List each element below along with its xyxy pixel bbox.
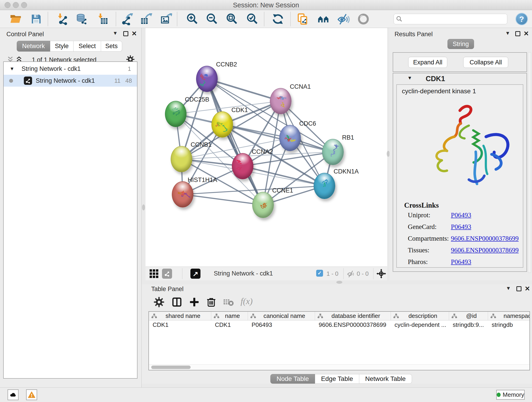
- column-header-database-identifier[interactable]: database identifier: [315, 312, 391, 320]
- tab-network-table[interactable]: Network Table: [359, 374, 412, 384]
- column-header-canonical-name[interactable]: canonical name: [248, 312, 315, 320]
- network-overview-icon[interactable]: [162, 269, 172, 279]
- tab-network[interactable]: Network: [17, 41, 50, 51]
- selected-checkbox-icon[interactable]: ✓: [316, 270, 323, 277]
- results-scrollbar[interactable]: [528, 52, 531, 273]
- fit-content-crosshair-icon[interactable]: [376, 269, 386, 279]
- panel-menu-icon[interactable]: ▼: [506, 285, 511, 291]
- hidden-eye-slash-icon[interactable]: [347, 270, 355, 278]
- entry-collapse-icon[interactable]: ▼: [407, 75, 412, 81]
- zoom-fit-icon[interactable]: [225, 12, 239, 26]
- birds-eye-grid-icon[interactable]: [150, 269, 158, 278]
- network-row-selected[interactable]: String Network - cdk1 11 48: [4, 75, 137, 87]
- crosslink-link[interactable]: 9606.ENSP00000378699: [451, 235, 519, 242]
- expand-all-button[interactable]: Expand All: [408, 57, 447, 68]
- table-cell[interactable]: stringdb:9...: [449, 320, 488, 329]
- export-network-icon[interactable]: [120, 12, 133, 26]
- network-node-CCNA1[interactable]: [270, 88, 291, 114]
- table-row[interactable]: CDK1CDK1P064939606.ENSP00000378699cyclin…: [149, 320, 530, 329]
- delete-column-trash-icon[interactable]: [205, 296, 218, 308]
- eye-slash-icon[interactable]: [337, 12, 350, 26]
- splitter-handle[interactable]: [142, 204, 145, 211]
- tab-string[interactable]: String: [447, 39, 474, 49]
- table-cell[interactable]: 9606.ENSP00000378699: [315, 320, 391, 329]
- network-node-RB1[interactable]: [322, 139, 344, 165]
- scrollbar-thumb[interactable]: [151, 366, 191, 369]
- tab-sets[interactable]: Sets: [101, 41, 122, 51]
- network-node-CCNB1[interactable]: [171, 146, 192, 172]
- memory-button[interactable]: Memory: [496, 390, 525, 400]
- delete-table-icon[interactable]: [222, 296, 235, 308]
- crosslink-link[interactable]: 9606.ENSP00000378699: [451, 246, 519, 254]
- collection-expand-icon[interactable]: ▼: [10, 66, 14, 71]
- column-header-name[interactable]: name: [211, 312, 248, 320]
- network-edge[interactable]: [207, 79, 263, 205]
- tab-edge-table[interactable]: Edge Table: [315, 374, 359, 384]
- eye-gray-icon[interactable]: [357, 12, 370, 26]
- network-collection-row[interactable]: ▼ String Network - cdk1 1: [4, 63, 137, 74]
- panel-menu-icon[interactable]: ▼: [505, 30, 510, 36]
- crosslink-link[interactable]: P06493: [451, 211, 471, 219]
- panel-float-icon[interactable]: [516, 286, 521, 291]
- crosslink-link[interactable]: P06493: [451, 223, 471, 230]
- network-node-CCNB2[interactable]: [196, 66, 218, 92]
- table-cell[interactable]: CDK1: [149, 320, 211, 329]
- search-input[interactable]: [403, 14, 507, 24]
- clone-network-icon[interactable]: [296, 12, 310, 26]
- table-cell[interactable]: P06493: [248, 320, 315, 329]
- network-node-CDK1[interactable]: [211, 111, 233, 138]
- column-header-namespace[interactable]: namespace: [488, 312, 530, 320]
- search-field[interactable]: [394, 14, 507, 24]
- import-network-icon[interactable]: [56, 12, 69, 26]
- tab-node-table[interactable]: Node Table: [270, 374, 315, 384]
- column-header-shared-name[interactable]: shared name: [149, 312, 211, 320]
- network-node-CCNE1[interactable]: [252, 192, 274, 218]
- import-network-database-icon[interactable]: [75, 12, 88, 26]
- panel-close-icon[interactable]: ✕: [525, 285, 530, 293]
- save-session-icon[interactable]: [30, 12, 43, 26]
- network-node-CDC6[interactable]: [279, 125, 301, 151]
- open-in-new-window-icon[interactable]: ↗: [190, 269, 201, 279]
- network-edge[interactable]: [207, 79, 281, 101]
- network-node-CDKN1A[interactable]: [314, 173, 335, 199]
- panel-close-icon[interactable]: ✕: [524, 30, 529, 37]
- crosslink-link[interactable]: P06493: [451, 258, 471, 266]
- warning-button[interactable]: [26, 389, 37, 400]
- panel-float-icon[interactable]: [515, 31, 520, 36]
- network-node-CCNA2[interactable]: [232, 153, 253, 179]
- cloud-button[interactable]: [7, 389, 19, 400]
- zoom-in-icon[interactable]: [186, 12, 199, 26]
- table-horizontal-scrollbar[interactable]: [149, 364, 530, 370]
- show-columns-icon[interactable]: [171, 296, 183, 308]
- refresh-icon[interactable]: [271, 12, 285, 26]
- entry-header[interactable]: ▼ CDK1: [393, 73, 526, 84]
- column-header-@id[interactable]: @id: [449, 312, 488, 320]
- collapse-all-button[interactable]: Collapse All: [463, 57, 508, 68]
- add-column-icon[interactable]: [188, 296, 201, 308]
- table-settings-gear-icon[interactable]: [152, 296, 165, 308]
- panel-float-icon[interactable]: [123, 31, 128, 36]
- tab-select[interactable]: Select: [74, 41, 101, 51]
- tab-style[interactable]: Style: [50, 41, 74, 51]
- table-cell[interactable]: CDK1: [211, 320, 248, 329]
- network-node-CDC25B[interactable]: [165, 101, 186, 127]
- zoom-out-icon[interactable]: [206, 12, 219, 26]
- zoom-selected-icon[interactable]: [246, 12, 259, 26]
- function-builder-icon[interactable]: f(x): [241, 296, 253, 306]
- network-node-HIST1H1A[interactable]: [172, 181, 193, 207]
- export-table-icon[interactable]: [139, 12, 152, 26]
- vertical-splitter[interactable]: [142, 28, 146, 280]
- horizontal-splitter[interactable]: [142, 280, 532, 284]
- export-image-icon[interactable]: [159, 12, 172, 26]
- splitter-handle[interactable]: [336, 281, 342, 284]
- panel-menu-icon[interactable]: ▼: [113, 30, 118, 36]
- network-edge[interactable]: [183, 194, 263, 205]
- panel-close-icon[interactable]: ✕: [132, 30, 137, 37]
- table-cell[interactable]: stringdb: [488, 320, 530, 329]
- column-header-description[interactable]: description: [391, 312, 449, 320]
- help-button[interactable]: ?: [515, 13, 528, 25]
- import-table-icon[interactable]: [96, 12, 109, 26]
- table-cell[interactable]: cyclin-dependent ...: [391, 320, 449, 329]
- network-canvas[interactable]: CCNB2CCNA1CDC25BCDK1CDC6RB1CCNB1CCNA2CDK…: [146, 28, 387, 267]
- houses-icon[interactable]: [317, 12, 330, 26]
